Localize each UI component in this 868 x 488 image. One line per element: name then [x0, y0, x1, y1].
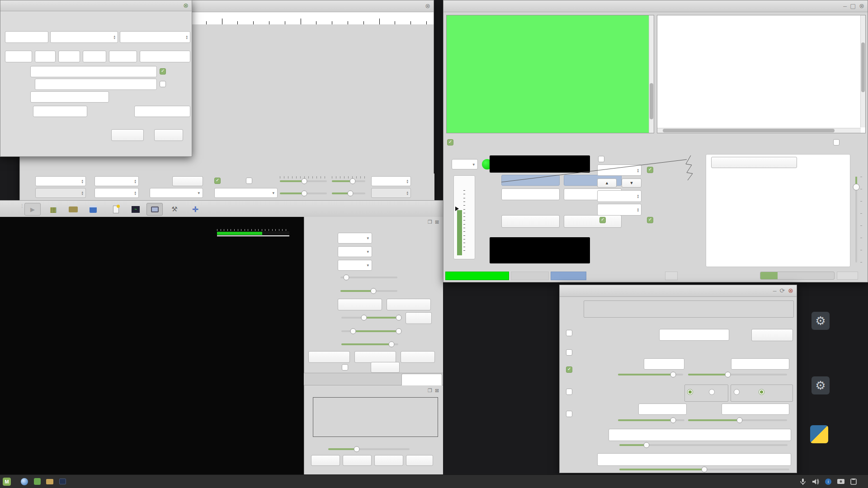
move-icon[interactable]: ✛ [187, 203, 203, 216]
cq-only-checkbox[interactable] [447, 139, 453, 145]
start-freq-spinner[interactable] [94, 176, 139, 186]
minimize-icon[interactable]: – [843, 2, 847, 9]
open-file-icon[interactable] [65, 203, 81, 216]
close-icon[interactable]: ⊗ [859, 2, 864, 9]
tx-frequency-field[interactable] [659, 329, 729, 341]
volume-tray-icon[interactable] [811, 477, 820, 486]
mic-gain-field[interactable] [644, 358, 684, 370]
band-activity-panel[interactable] [446, 15, 654, 133]
grid-field[interactable] [109, 51, 137, 62]
tx-power-field[interactable] [30, 66, 157, 77]
baseband-gain-field[interactable] [731, 358, 789, 370]
rcvd-field[interactable] [134, 106, 190, 117]
usb-radio[interactable] [759, 389, 764, 395]
hold-tx-checkbox[interactable] [647, 167, 653, 173]
udp-button[interactable] [311, 455, 340, 466]
tab-fft-settings[interactable] [401, 374, 442, 385]
fine-tune-slider[interactable] [619, 469, 789, 470]
tx-down-button[interactable]: ▼ [622, 178, 642, 188]
remote-control-icon[interactable] [146, 203, 163, 216]
menu-button[interactable]: M [3, 478, 14, 486]
bookmark-icon[interactable] [108, 203, 124, 216]
float-panel-icon[interactable]: ❐ [428, 219, 432, 225]
minimize-icon[interactable]: – [773, 287, 777, 294]
ssb-radio[interactable] [687, 389, 693, 395]
dx-call-field[interactable] [501, 188, 560, 200]
gain-slider[interactable] [280, 180, 327, 182]
fft-plot[interactable] [19, 247, 304, 406]
rx-freq-spinner[interactable] [597, 190, 642, 202]
float-panel-icon[interactable]: ❐ [428, 388, 432, 394]
rx-frequency-hscrollbar[interactable] [657, 128, 861, 133]
freq-corrn-slider[interactable] [688, 419, 787, 421]
rpt-sent-field[interactable] [58, 51, 80, 62]
restore-icon[interactable]: ⟳ [780, 287, 785, 294]
call-field[interactable] [5, 31, 48, 43]
close-panel-icon[interactable]: ⊠ [435, 219, 439, 225]
generate-std-msgs-button[interactable] [711, 157, 797, 168]
main-titlebar[interactable]: –▢⊗ [443, 0, 868, 12]
gqrx-frequency-display[interactable] [36, 222, 190, 246]
dsp-scope-icon[interactable]: ~ [127, 203, 144, 216]
rf-amp-checkbox[interactable] [566, 411, 572, 417]
log-qso-titlebar[interactable]: ⊗ [0, 0, 192, 11]
close-icon[interactable]: ⊗ [425, 2, 430, 9]
cancel-button[interactable] [111, 129, 144, 141]
fine-tune-field[interactable] [597, 453, 791, 466]
single-tone-checkbox[interactable] [566, 330, 572, 336]
band-dropdown[interactable] [452, 159, 478, 169]
center-button[interactable] [354, 351, 396, 363]
update-shield-tray-icon[interactable]: i [824, 477, 833, 486]
rpt-rcvd-field[interactable] [83, 51, 106, 62]
close-icon[interactable]: ⊗ [183, 2, 189, 9]
mode-field[interactable] [5, 51, 32, 62]
lock-button[interactable] [406, 312, 432, 324]
save-icon[interactable] [85, 203, 101, 216]
pandapter-slider[interactable] [340, 290, 397, 292]
maximize-icon[interactable]: ▢ [850, 2, 856, 9]
terminal-launcher-icon[interactable] [58, 477, 67, 486]
demod-button[interactable] [401, 351, 435, 363]
time-span-dropdown[interactable] [338, 260, 372, 271]
lsb-radio[interactable] [734, 389, 740, 395]
freq-zoom-slider[interactable] [341, 343, 398, 345]
menus-checkbox[interactable] [833, 139, 840, 145]
end-time-field[interactable] [120, 31, 190, 43]
main-tuning-field[interactable] [609, 429, 791, 441]
n-avg-spinner[interactable] [94, 188, 139, 198]
voice-keyer-checkbox[interactable] [566, 389, 572, 395]
desktop-file-label[interactable] [797, 446, 865, 452]
averaging-slider[interactable] [340, 277, 397, 278]
ref-spec-checkbox[interactable] [246, 178, 252, 184]
close-icon[interactable]: ⊗ [788, 287, 793, 294]
clipboard-tray-icon[interactable] [849, 477, 858, 486]
iq-tools-icon[interactable]: ▦ [45, 203, 61, 216]
wf-db-range-slider[interactable] [341, 330, 401, 332]
peak-detect-button[interactable] [338, 299, 382, 310]
tx-freq-spinner[interactable] [597, 164, 642, 176]
auto-seq-checkbox[interactable] [599, 217, 606, 223]
color-white-checkbox[interactable] [342, 364, 348, 371]
lookup-button[interactable] [501, 215, 560, 228]
zero2-slider[interactable] [332, 192, 365, 194]
pand-db-range-slider[interactable] [341, 317, 401, 319]
python-file-icon[interactable] [810, 425, 828, 443]
adjust-button[interactable] [172, 176, 203, 186]
rx-frequency-scrollbar[interactable] [860, 15, 865, 127]
close-panel-icon[interactable]: ⊠ [435, 388, 439, 394]
mic-gain-slider[interactable] [618, 374, 683, 375]
operator-field[interactable] [30, 91, 109, 103]
rx-frequency-panel[interactable] [657, 15, 866, 133]
if-gain-slider[interactable] [618, 419, 684, 421]
microphone-tray-icon[interactable] [798, 477, 807, 486]
desktop-file-label[interactable] [798, 332, 866, 338]
gain2-slider[interactable] [280, 192, 327, 194]
display-tray-icon[interactable] [836, 477, 845, 486]
pwr-slider[interactable] [855, 177, 857, 263]
reset-button[interactable] [308, 351, 350, 363]
fm-radio[interactable] [709, 389, 715, 395]
fill-button[interactable] [371, 362, 400, 373]
browser-launcher-icon[interactable] [20, 477, 29, 486]
call-1st-checkbox[interactable] [647, 217, 653, 223]
spectrum-display[interactable] [20, 157, 434, 174]
